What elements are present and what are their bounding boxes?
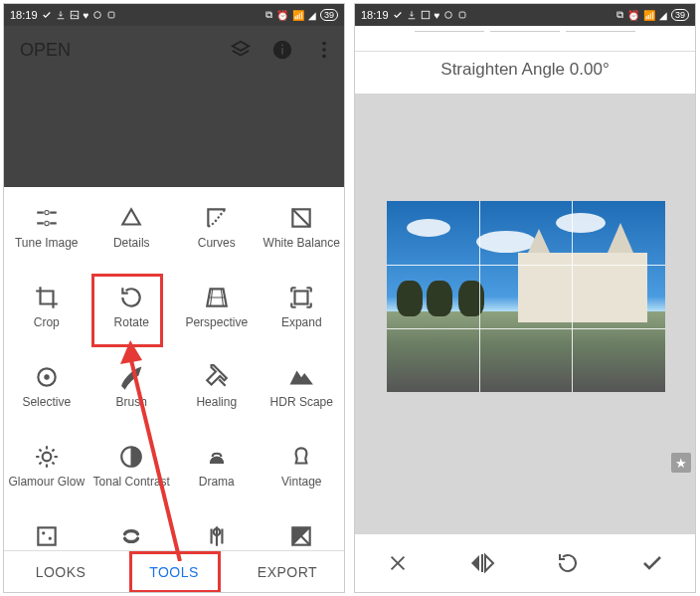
image-icon bbox=[70, 10, 80, 20]
tool-perspective[interactable]: Perspective bbox=[174, 285, 260, 350]
tool-details[interactable]: Details bbox=[89, 205, 175, 271]
svg-point-15 bbox=[42, 453, 51, 462]
expand-icon bbox=[288, 285, 314, 310]
tool-label: Selective bbox=[22, 396, 71, 409]
tool-tonal-contrast[interactable]: Tonal Contrast bbox=[89, 444, 175, 509]
glow-icon bbox=[34, 444, 60, 470]
tool-selective[interactable]: Selective bbox=[4, 364, 89, 430]
canvas-area[interactable]: ★ bbox=[355, 94, 695, 534]
svg-rect-17 bbox=[38, 527, 55, 544]
vintage-icon bbox=[288, 444, 314, 470]
tool-label: Tonal Contrast bbox=[93, 476, 170, 489]
svg-point-10 bbox=[45, 221, 49, 225]
tab-looks[interactable]: LOOKS bbox=[4, 551, 117, 592]
details-icon bbox=[118, 205, 144, 231]
tool-label: Perspective bbox=[185, 316, 248, 329]
circle-icon bbox=[443, 10, 453, 20]
svg-rect-27 bbox=[481, 554, 483, 572]
status-time: 18:19 bbox=[10, 9, 38, 21]
bluetooth-icon: ⧉ bbox=[616, 9, 623, 21]
rotate-90-button[interactable] bbox=[544, 539, 592, 587]
svg-point-18 bbox=[42, 532, 44, 534]
svg-rect-2 bbox=[109, 12, 115, 18]
tool-curves[interactable]: Curves bbox=[174, 205, 260, 271]
grid-line bbox=[479, 201, 480, 392]
tab-tools[interactable]: TOOLS bbox=[117, 551, 231, 592]
svg-rect-12 bbox=[295, 292, 308, 304]
tool-label: White Balance bbox=[263, 237, 340, 250]
retro-icon bbox=[118, 523, 144, 549]
square-icon bbox=[106, 10, 116, 20]
tool-expand[interactable]: Expand bbox=[260, 285, 345, 350]
alarm-icon: ⏰ bbox=[627, 10, 639, 21]
tool-label: Expand bbox=[281, 316, 322, 329]
film-icon bbox=[34, 523, 60, 549]
info-icon[interactable] bbox=[268, 36, 296, 64]
tool-black-[interactable]: Black & bbox=[260, 523, 345, 550]
tool-vintage[interactable]: Vintage bbox=[260, 444, 345, 509]
tool-healing[interactable]: Healing bbox=[174, 364, 260, 430]
drama-icon bbox=[204, 444, 230, 470]
alarm-icon: ⏰ bbox=[276, 10, 288, 21]
curves-icon bbox=[204, 205, 230, 231]
tool-brush[interactable]: Brush bbox=[89, 364, 175, 430]
crop-icon bbox=[34, 285, 60, 310]
svg-point-1 bbox=[94, 12, 101, 19]
tool-label: HDR Scape bbox=[270, 396, 333, 409]
tool-hdr-scape[interactable]: HDR Scape bbox=[260, 364, 345, 430]
grid-line bbox=[387, 328, 665, 329]
tool-tune-image[interactable]: Tune Image bbox=[4, 205, 89, 271]
photo-preview[interactable] bbox=[387, 201, 665, 392]
tonal-icon bbox=[118, 444, 144, 470]
tool-label: Crop bbox=[34, 316, 60, 329]
phone-right: 18:19 ♥ ⧉ ⏰ 📶 ◢ 39 Straighten Angle 0.00… bbox=[354, 3, 696, 593]
tool-retrolux[interactable]: Retrolux bbox=[89, 523, 175, 550]
rotate-icon bbox=[118, 285, 144, 310]
tool-label: Details bbox=[113, 237, 150, 250]
healing-icon bbox=[204, 364, 230, 390]
tool-label: Brush bbox=[116, 396, 147, 409]
bottom-tabs: LOOKS TOOLS EXPORT bbox=[4, 550, 344, 592]
phone-left: 18:19 ♥ ⧉ ⏰ 📶 ◢ 39 OPEN bbox=[3, 3, 345, 593]
image-icon bbox=[421, 10, 431, 20]
cancel-button[interactable] bbox=[374, 539, 422, 587]
grid-line bbox=[387, 265, 665, 266]
bluetooth-icon: ⧉ bbox=[265, 9, 272, 21]
tool-label: Tune Image bbox=[15, 237, 79, 250]
straighten-title: Straighten Angle 0.00° bbox=[355, 52, 695, 88]
bookmark-icon[interactable]: ★ bbox=[671, 453, 691, 473]
more-icon[interactable] bbox=[310, 36, 338, 64]
hdr-icon bbox=[288, 364, 314, 390]
tools-panel: Tune ImageDetailsCurvesWhite BalanceCrop… bbox=[4, 187, 344, 550]
tool-grunge[interactable]: Grunge bbox=[174, 523, 260, 550]
tool-drama[interactable]: Drama bbox=[174, 444, 260, 509]
tool-label: Drama bbox=[199, 476, 235, 489]
selective-icon bbox=[34, 364, 60, 390]
check-icon bbox=[42, 10, 52, 20]
wifi-icon: 📶 bbox=[643, 10, 655, 21]
layers-icon[interactable] bbox=[227, 36, 255, 64]
status-bar: 18:19 ♥ ⧉ ⏰ 📶 ◢ 39 bbox=[4, 4, 344, 26]
apply-button[interactable] bbox=[628, 539, 676, 587]
svg-rect-5 bbox=[281, 45, 283, 47]
square-icon bbox=[457, 10, 467, 20]
heart-icon: ♥ bbox=[435, 10, 440, 21]
tool-white-balance[interactable]: White Balance bbox=[260, 205, 345, 271]
flip-button[interactable] bbox=[458, 539, 506, 587]
tool-crop[interactable]: Crop bbox=[4, 285, 89, 350]
tool-rotate[interactable]: Rotate bbox=[89, 285, 175, 350]
tab-export[interactable]: EXPORT bbox=[231, 551, 344, 592]
svg-point-7 bbox=[322, 48, 326, 52]
svg-point-19 bbox=[49, 537, 51, 539]
svg-point-9 bbox=[45, 210, 49, 214]
download-icon bbox=[407, 10, 417, 20]
wifi-icon: 📶 bbox=[292, 10, 304, 21]
status-bar: 18:19 ♥ ⧉ ⏰ 📶 ◢ 39 bbox=[355, 4, 695, 26]
check-icon bbox=[393, 10, 403, 20]
tool-glamour-glow[interactable]: Glamour Glow bbox=[4, 444, 89, 509]
tool-grainy-film[interactable]: Grainy Film bbox=[4, 523, 89, 550]
signal-icon: ◢ bbox=[308, 10, 316, 21]
bw-icon bbox=[288, 523, 314, 549]
tune-icon bbox=[34, 205, 60, 231]
circle-icon bbox=[92, 10, 102, 20]
